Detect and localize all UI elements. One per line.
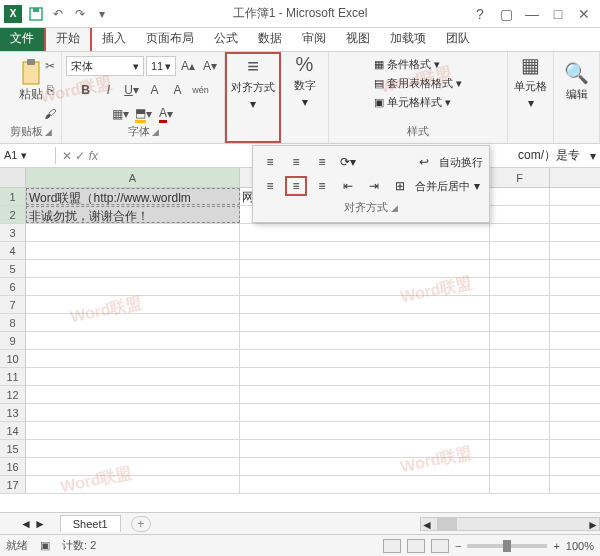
cell[interactable] — [240, 296, 490, 313]
row-header[interactable]: 4 — [0, 242, 26, 259]
cell[interactable] — [26, 224, 240, 241]
font-name-select[interactable]: 宋体▾ — [66, 56, 144, 76]
cell[interactable] — [490, 224, 550, 241]
ribbon-options-icon[interactable]: ▢ — [494, 4, 518, 24]
cell[interactable] — [490, 350, 550, 367]
row-header[interactable]: 11 — [0, 368, 26, 385]
undo-icon[interactable]: ↶ — [50, 6, 66, 22]
cell[interactable] — [26, 278, 240, 295]
cell[interactable] — [490, 242, 550, 259]
cell[interactable] — [240, 314, 490, 331]
row-header[interactable]: 7 — [0, 296, 26, 313]
row-header[interactable]: 14 — [0, 422, 26, 439]
cell[interactable] — [490, 458, 550, 475]
conditional-format-button[interactable]: ▦条件格式▾ — [374, 56, 462, 73]
cell[interactable] — [240, 332, 490, 349]
cell[interactable] — [240, 440, 490, 457]
copy-icon[interactable]: ⎘ — [40, 80, 60, 100]
find-button[interactable]: 🔍 编辑 — [555, 56, 599, 106]
tab-review[interactable]: 审阅 — [292, 26, 336, 51]
cell[interactable] — [26, 386, 240, 403]
view-layout-icon[interactable] — [407, 539, 425, 553]
alignment-button[interactable]: ≡ 对齐方式 ▾ — [231, 58, 275, 108]
cell[interactable] — [490, 314, 550, 331]
tab-insert[interactable]: 插入 — [92, 26, 136, 51]
orientation-icon[interactable]: ⟳▾ — [337, 152, 359, 172]
underline-icon[interactable]: U▾ — [122, 80, 142, 100]
cell[interactable]: Word联盟（http://www.wordlm — [26, 188, 240, 205]
scroll-right-icon[interactable]: ► — [587, 518, 599, 530]
sheet-nav-next-icon[interactable]: ► — [34, 517, 46, 531]
zoom-thumb[interactable] — [503, 540, 511, 552]
cell[interactable] — [240, 476, 490, 493]
cell[interactable] — [490, 332, 550, 349]
tab-addin[interactable]: 加载项 — [380, 26, 436, 51]
cell[interactable] — [240, 368, 490, 385]
help-icon[interactable]: ? — [468, 4, 492, 24]
excel-icon[interactable]: X — [4, 5, 22, 23]
cell[interactable]: 非诚勿扰，谢谢合作！ — [26, 206, 240, 223]
align-center-icon[interactable]: ≡ — [285, 176, 307, 196]
tab-home[interactable]: 开始 — [44, 24, 92, 51]
row-header[interactable]: 10 — [0, 350, 26, 367]
cell[interactable] — [26, 314, 240, 331]
font-launcher-icon[interactable]: ◢ — [152, 127, 159, 137]
cell[interactable] — [240, 260, 490, 277]
font-size-select[interactable]: 11▾ — [146, 56, 176, 76]
zoom-in-icon[interactable]: + — [553, 540, 559, 552]
cell[interactable] — [490, 206, 550, 223]
cell[interactable] — [240, 422, 490, 439]
tab-view[interactable]: 视图 — [336, 26, 380, 51]
cell[interactable] — [26, 296, 240, 313]
cell[interactable] — [26, 476, 240, 493]
view-pagebreak-icon[interactable] — [431, 539, 449, 553]
decrease-indent-icon[interactable]: ⇤ — [337, 176, 359, 196]
align-launcher-icon[interactable]: ◢ — [391, 203, 398, 213]
italic-icon[interactable]: I — [99, 80, 119, 100]
col-header-f[interactable]: F — [490, 168, 550, 187]
cell[interactable] — [26, 242, 240, 259]
minimize-icon[interactable]: — — [520, 4, 544, 24]
number-button[interactable]: % 数字 ▾ — [283, 56, 327, 106]
bold-icon[interactable]: B — [76, 80, 96, 100]
align-bottom-icon[interactable]: ≡ — [311, 152, 333, 172]
macro-record-icon[interactable]: ▣ — [40, 539, 50, 552]
scroll-left-icon[interactable]: ◄ — [421, 518, 433, 530]
select-all-corner[interactable] — [0, 168, 26, 187]
decrease-font-icon[interactable]: A▾ — [200, 56, 220, 76]
merge-center-icon[interactable]: ⊞ — [389, 176, 411, 196]
cell[interactable] — [26, 332, 240, 349]
row-header[interactable]: 1 — [0, 188, 26, 205]
row-header[interactable]: 13 — [0, 404, 26, 421]
formula-expand-icon[interactable]: ▾ — [586, 149, 600, 163]
cells-button[interactable]: ▦ 单元格 ▾ — [509, 56, 553, 106]
align-top-icon[interactable]: ≡ — [259, 152, 281, 172]
cell[interactable] — [240, 386, 490, 403]
font-upper-icon[interactable]: A — [145, 80, 165, 100]
cell[interactable] — [240, 458, 490, 475]
align-left-icon[interactable]: ≡ — [259, 176, 281, 196]
maximize-icon[interactable]: □ — [546, 4, 570, 24]
fill-color-icon[interactable]: ⬒▾ — [133, 104, 153, 124]
fx-icon[interactable]: ✕ ✓ fx — [56, 149, 104, 163]
cell[interactable] — [240, 242, 490, 259]
cell[interactable] — [26, 458, 240, 475]
font-lower-icon[interactable]: A — [168, 80, 188, 100]
increase-font-icon[interactable]: A▴ — [178, 56, 198, 76]
cell[interactable] — [490, 188, 550, 205]
cell[interactable] — [490, 476, 550, 493]
cell-style-button[interactable]: ▣单元格样式▾ — [374, 94, 462, 111]
view-normal-icon[interactable] — [383, 539, 401, 553]
cell[interactable] — [26, 440, 240, 457]
scroll-thumb[interactable] — [437, 518, 457, 530]
cell[interactable] — [490, 368, 550, 385]
tab-formula[interactable]: 公式 — [204, 26, 248, 51]
zoom-slider[interactable] — [467, 544, 547, 548]
close-icon[interactable]: ✕ — [572, 4, 596, 24]
tab-team[interactable]: 团队 — [436, 26, 480, 51]
cell[interactable] — [490, 386, 550, 403]
row-header[interactable]: 16 — [0, 458, 26, 475]
align-middle-icon[interactable]: ≡ — [285, 152, 307, 172]
row-header[interactable]: 12 — [0, 386, 26, 403]
cell[interactable] — [240, 350, 490, 367]
